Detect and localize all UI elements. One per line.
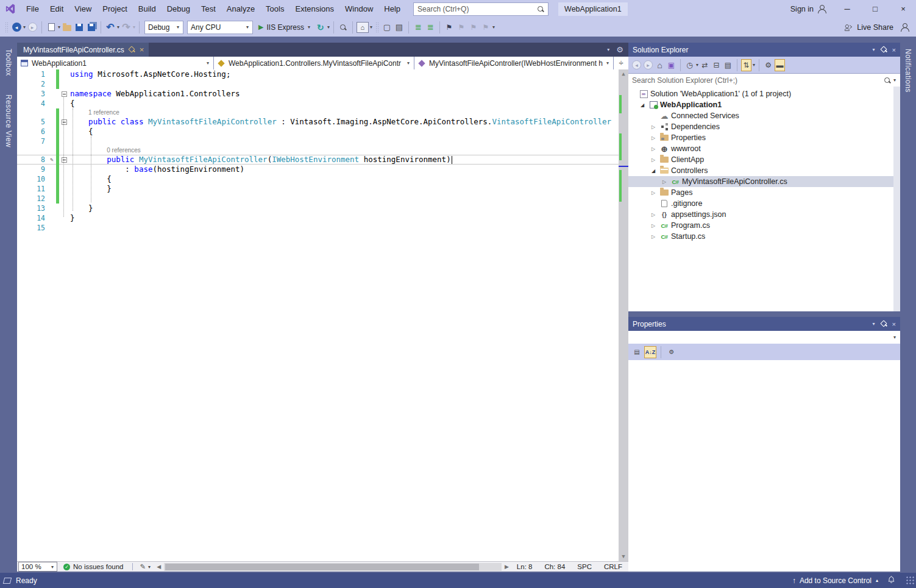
close-panel-icon[interactable]: × <box>892 46 896 54</box>
menu-item-project[interactable]: Project <box>97 1 132 16</box>
tree-expander[interactable]: ◢ <box>637 102 648 108</box>
column-indicator[interactable]: Ch: 84 <box>538 563 571 570</box>
chevron-down-icon[interactable]: ▾ <box>407 60 410 66</box>
collapse-region-icon[interactable] <box>62 157 67 163</box>
maximize-button[interactable]: □ <box>862 0 888 18</box>
se-sync-dropdown[interactable]: ▾ <box>753 62 755 68</box>
code-line[interactable]: 4{ <box>17 99 628 108</box>
se-wrench-icon[interactable]: ⚙ <box>763 59 773 71</box>
code-cleanup-button[interactable]: ✎▾ <box>136 562 155 571</box>
code-line[interactable]: 5 public class MyVintasoftFileApiControl… <box>17 117 628 127</box>
se-forward-button[interactable]: ▸ <box>643 59 653 71</box>
menu-item-extensions[interactable]: Extensions <box>289 1 339 16</box>
breadcrumb-segment-2[interactable]: MyVintasoftFileApiController(IWebHostEnv… <box>414 57 613 69</box>
search-icon[interactable] <box>537 5 544 13</box>
auto-hide-pin-icon[interactable] <box>881 321 887 327</box>
se-pending-changes-filter-button[interactable]: ◷ <box>684 59 695 71</box>
refresh-dropdown[interactable]: ▾ <box>327 24 330 30</box>
line-indicator[interactable]: Ln: 8 <box>511 563 539 570</box>
collapse-region-icon[interactable] <box>62 91 67 97</box>
menu-item-window[interactable]: Window <box>339 1 378 16</box>
start-debugging-button[interactable]: ▶ IIS Express ▾ <box>255 21 314 34</box>
code-line[interactable]: 6 { <box>17 127 628 136</box>
document-tab[interactable]: MyVintasoftFileApiController.cs × <box>17 43 149 57</box>
properties-object-combo[interactable]: ▾ <box>628 331 900 344</box>
close-button[interactable]: × <box>890 0 916 18</box>
se-switch-views-button[interactable]: ▣ <box>666 59 676 71</box>
solution-platform-combo[interactable]: Any CPU▾ <box>187 21 253 34</box>
navigate-back-dropdown[interactable]: ▾ <box>23 24 26 30</box>
add-to-source-control-button[interactable]: ↑ Add to Source Control ▴ <box>792 576 879 585</box>
tree-expander[interactable]: ▷ <box>648 212 659 218</box>
code-line[interactable]: 1using Microsoft.AspNetCore.Hosting; <box>17 69 628 79</box>
collapse-region-icon[interactable] <box>62 119 67 125</box>
editor-options-gear-icon[interactable]: ⚙ <box>616 45 623 54</box>
auto-hide-pin-icon[interactable] <box>881 46 887 53</box>
refresh-button[interactable]: ↻ <box>315 21 326 34</box>
code-line[interactable]: 8✎ public MyVintasoftFileApiController(I… <box>17 155 628 165</box>
tree-item-program-cs[interactable]: ▷C#Program.cs <box>628 220 900 231</box>
increase-indent-button[interactable]: ≣ <box>425 21 436 34</box>
panel-splitter[interactable] <box>628 311 900 317</box>
tree-expander[interactable]: ▷ <box>648 135 659 141</box>
breadcrumb-segment-0[interactable]: WebApplication1▾ <box>17 57 213 69</box>
se-home-button[interactable]: ⌂ <box>655 59 665 71</box>
se-sync-with-active-document-toggle[interactable]: ⇅ <box>741 59 751 71</box>
menu-item-edit[interactable]: Edit <box>44 1 69 16</box>
split-editor-button[interactable]: ÷ <box>614 57 628 69</box>
issues-indicator[interactable]: ✓ No issues found <box>57 563 129 570</box>
codelens-references[interactable]: 0 references <box>69 146 141 155</box>
bookmark-overflow-dropdown[interactable]: ▾ <box>492 24 495 30</box>
tree-item-dependencies[interactable]: ▷Dependencies <box>628 121 900 132</box>
tree-item-myvintasoftfileapicontroller-cs[interactable]: ▷C#MyVintasoftFileApiController.cs <box>628 176 900 187</box>
categorized-view-button[interactable]: ▤ <box>631 346 643 358</box>
notifications-bell-button[interactable] <box>887 575 895 586</box>
minimize-button[interactable]: ─ <box>834 0 860 18</box>
new-project-dropdown[interactable]: ▾ <box>58 24 60 30</box>
navigate-forward-button[interactable]: ▸ <box>27 21 38 34</box>
open-file-button[interactable] <box>62 21 73 34</box>
solution-explorer-title-bar[interactable]: Solution Explorer ▾ × <box>628 43 900 57</box>
quick-search-input[interactable]: Search (Ctrl+Q) <box>413 2 549 16</box>
tree-expander[interactable]: ◢ <box>648 168 659 174</box>
menu-item-file[interactable]: File <box>21 1 44 16</box>
code-line[interactable]: 11 } <box>17 184 628 194</box>
alphabetical-sort-button[interactable]: A↓Z <box>644 346 656 358</box>
select-element-button[interactable]: ▢ <box>382 21 392 34</box>
tree-item-pages[interactable]: ▷Pages <box>628 187 900 198</box>
se-collapse-all-button[interactable]: ⊟ <box>711 59 722 71</box>
background-tasks-icon[interactable] <box>3 578 12 584</box>
close-tab-icon[interactable]: × <box>140 46 144 54</box>
dock-tab-notifications[interactable]: Notifications <box>904 44 912 97</box>
save-all-button[interactable] <box>86 21 97 34</box>
pin-tab-icon[interactable] <box>129 46 135 53</box>
tree-expander[interactable]: ▷ <box>648 146 659 152</box>
undo-dropdown[interactable]: ▾ <box>117 24 119 30</box>
redo-dropdown[interactable]: ▾ <box>133 24 135 30</box>
chevron-down-icon[interactable]: ▾ <box>207 60 209 66</box>
resize-grip[interactable] <box>906 576 915 585</box>
code-line[interactable]: 10 { <box>17 174 628 184</box>
tree-expander[interactable]: ▷ <box>648 157 659 163</box>
tree-expander[interactable]: ▷ <box>648 190 659 196</box>
feedback-button[interactable] <box>899 21 910 34</box>
menu-item-build[interactable]: Build <box>133 1 162 16</box>
save-button[interactable] <box>74 21 85 34</box>
code-line[interactable]: 14} <box>17 213 628 223</box>
solution-explorer-search-input[interactable]: Search Solution Explorer (Ctrl+;) ▾ <box>628 73 900 87</box>
menu-item-test[interactable]: Test <box>196 1 221 16</box>
solution-configuration-combo[interactable]: Debug▾ <box>144 21 183 34</box>
toolbar-grip[interactable] <box>5 22 8 33</box>
editor-horizontal-scrollbar[interactable] <box>164 563 502 571</box>
live-share-button[interactable]: Live Share <box>839 23 898 32</box>
tree-item-webapplication1[interactable]: ◢WebApplication1 <box>628 99 900 110</box>
next-bookmark-button[interactable]: ⚑ <box>468 21 479 34</box>
clear-bookmarks-button[interactable]: ⚑ <box>480 21 491 34</box>
scroll-up-icon[interactable]: ▲ <box>619 69 628 79</box>
dock-tab-toolbox[interactable]: Toolbox <box>4 44 13 81</box>
se-back-button[interactable]: ◂ <box>631 59 642 71</box>
dock-tab-resource-view[interactable]: Resource View <box>4 90 13 152</box>
navigate-back-button[interactable]: ◂ <box>11 21 22 34</box>
menu-item-help[interactable]: Help <box>378 1 406 16</box>
menu-item-analyze[interactable]: Analyze <box>221 1 260 16</box>
